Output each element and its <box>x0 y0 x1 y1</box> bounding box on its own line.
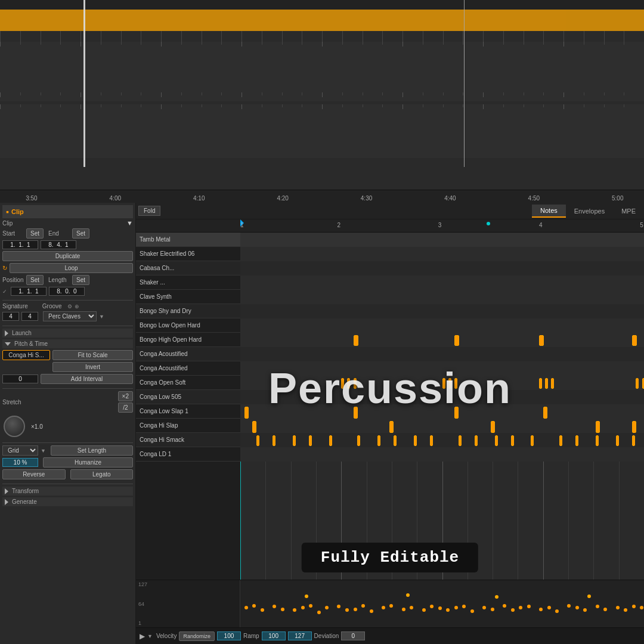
note-conga-open-3b <box>545 378 548 389</box>
add-interval-btn[interactable]: Add Interval <box>41 374 133 384</box>
row-label-shaker: Shaker Electrified 06 <box>136 247 240 261</box>
sig-num-input[interactable] <box>2 312 19 321</box>
vel-dot-29 <box>503 604 506 608</box>
pitch-time-header[interactable]: Pitch & Time <box>2 339 133 348</box>
note-smack-18 <box>596 435 599 446</box>
transform-label: Transform <box>12 488 39 494</box>
loop-btn[interactable]: Loop <box>10 263 133 273</box>
quantize-row: Humanize <box>2 457 133 467</box>
note-smack-7 <box>377 435 380 446</box>
vel-dot-28 <box>491 608 494 611</box>
quantize-input[interactable] <box>2 458 38 467</box>
vel-dot-9 <box>317 611 321 614</box>
ramp-value-1[interactable] <box>262 631 286 640</box>
vel-dot-32 <box>527 605 531 608</box>
row-label-conga-lowslap: Conga Low Slap 1 <box>136 404 240 419</box>
row-label-conga-smack: Conga Hi Smack <box>136 433 240 447</box>
row-label-conga-hislap: Conga Hi Slap <box>136 419 240 433</box>
piano-roll-area: Fold Notes Envelopes MPE 1 2 3 4 5 <box>136 203 644 644</box>
tab-notes[interactable]: Notes <box>532 205 566 218</box>
row-label-shaker2: Shaker ... <box>136 275 240 290</box>
vel-dot-5 <box>281 608 284 611</box>
tab-mpe[interactable]: MPE <box>613 205 644 217</box>
row-label-conga-ld: Conga LD 1 <box>136 447 240 462</box>
velocity-label: Velocity <box>156 633 177 639</box>
end-set-btn[interactable]: Set <box>72 228 89 239</box>
row-label-bongo-high: Bongo High Open Hard <box>136 333 240 347</box>
len-set-btn[interactable]: Set <box>72 275 89 285</box>
note-conga-hislap-4 <box>596 421 600 433</box>
note-bongo-high-4 <box>632 335 637 346</box>
tab-envelopes[interactable]: Envelopes <box>566 205 613 217</box>
groove-select[interactable]: Perc Claves <box>43 311 97 321</box>
generate-header[interactable]: Generate <box>2 497 133 506</box>
pitch-time-collapse-icon <box>5 342 11 346</box>
vel-dot-36 <box>567 604 571 608</box>
beat-3: 3 <box>438 222 442 228</box>
set-length-btn[interactable]: Set Length <box>51 445 133 456</box>
vel-dot-19 <box>410 606 413 609</box>
vel-dot-17 <box>389 604 393 608</box>
vel-dot-38 <box>583 608 587 612</box>
start-label: Start <box>2 230 24 237</box>
grid-area[interactable] <box>240 233 644 580</box>
position-input[interactable] <box>11 287 47 296</box>
sig-den-input[interactable] <box>21 312 38 321</box>
stretch-div2-btn[interactable]: /2 <box>118 402 133 413</box>
vel-dot-21 <box>430 605 434 608</box>
velocity-value-1[interactable] <box>217 631 241 640</box>
vel-dot-4 <box>273 605 276 608</box>
vel-dot-11 <box>337 605 340 608</box>
reverse-btn[interactable]: Reverse <box>2 469 66 479</box>
pos-set-btn[interactable]: Set <box>26 275 44 285</box>
end-input[interactable] <box>41 240 76 249</box>
legato-btn[interactable]: Legato <box>70 469 134 479</box>
bottom-panel: ▪ Clip Clip ▼ Start Set End Set Duplicat… <box>0 203 644 644</box>
length-input[interactable] <box>49 287 85 296</box>
start-input[interactable] <box>2 240 38 249</box>
timeline-marker-350: 3:50 <box>26 195 37 202</box>
start-set-btn[interactable]: Set <box>26 228 44 239</box>
v-127-label: 127 <box>138 581 237 587</box>
stretch-knob[interactable] <box>4 416 25 437</box>
humanize-btn[interactable]: Humanize <box>43 457 133 467</box>
vel-dot-16 <box>382 606 385 609</box>
loop-row: ↻ Loop <box>2 263 133 273</box>
clip-row: Clip ▼ <box>2 219 133 227</box>
pos-len-labels: Position Set Length Set <box>2 275 133 285</box>
vel-dot-15 <box>370 609 373 613</box>
vel-dot-31 <box>519 606 522 609</box>
vel-dot-h1 <box>305 595 308 598</box>
launch-label: Launch <box>12 330 32 336</box>
stretch-x2-btn[interactable]: ×2 <box>118 391 133 401</box>
fit-to-scale-btn[interactable]: Fit to Scale <box>52 350 133 360</box>
patch-btn[interactable]: Conga Hi S... <box>2 350 50 360</box>
note-conga-open-1b <box>347 378 350 389</box>
ramp-value-2[interactable] <box>288 631 312 640</box>
fold-btn[interactable]: Fold <box>138 206 160 216</box>
beat-5: 5 <box>640 222 643 228</box>
vel-dot-33 <box>539 608 543 611</box>
note-conga-hislap-2 <box>389 421 394 433</box>
start-end-row: Start Set End Set <box>2 228 133 239</box>
vel-dot-26 <box>470 609 474 613</box>
vel-dot-23 <box>446 608 450 612</box>
row-label-clave: Clave Synth <box>136 290 240 304</box>
interval-input[interactable] <box>2 374 38 383</box>
randomize-btn[interactable]: Randomize <box>179 631 215 641</box>
row-label-bongo-low: Bongo Low Open Hard <box>136 318 240 333</box>
note-conga-hislap-1 <box>252 421 256 433</box>
grid-select[interactable]: Grid <box>2 445 38 456</box>
vel-dot-34 <box>547 606 551 609</box>
stretch-row: Stretch ×2 /2 <box>2 391 133 413</box>
vel-dot-12 <box>345 608 349 612</box>
transform-header[interactable]: Transform <box>2 487 133 496</box>
launch-header[interactable]: Launch <box>2 329 133 338</box>
note-conga-open-3a <box>539 378 542 389</box>
note-conga-lowslap-3 <box>454 407 459 419</box>
deviation-value[interactable] <box>341 631 365 640</box>
duplicate-btn[interactable]: Duplicate <box>2 251 133 261</box>
invert-btn[interactable]: Invert <box>52 362 133 372</box>
generate-label: Generate <box>12 499 37 505</box>
note-conga-lowslap-4 <box>543 407 547 419</box>
